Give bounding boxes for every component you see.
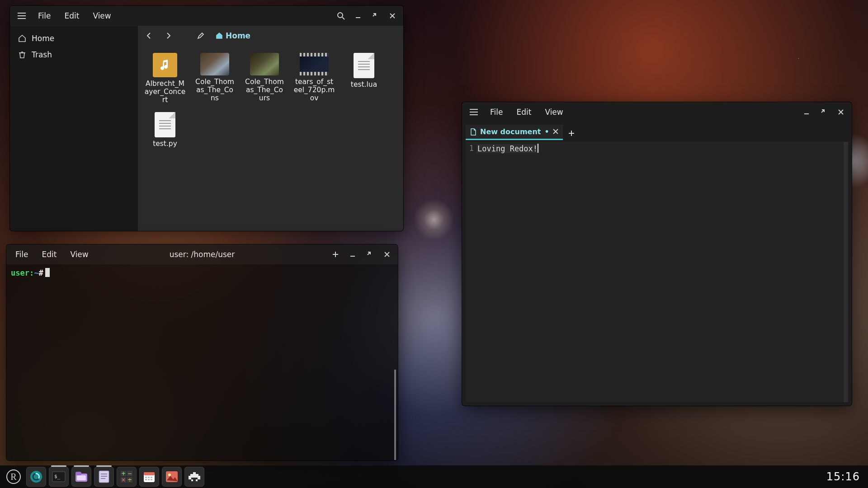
svg-rect-62 [189,478,191,479]
sidebar-item-home[interactable]: Home [13,30,135,47]
taskbar-app-calculator[interactable]: +−×÷ [117,467,137,487]
file-item[interactable]: test.lua [341,51,387,106]
file-manager-window[interactable]: File Edit View Home [10,6,403,231]
menu-view[interactable]: View [538,106,569,118]
prompt-user: user: [11,268,34,277]
taskbar-app-browser[interactable] [26,467,46,487]
file-label: tears_of_steel_720p.mov [293,78,335,102]
editor-tabbar: New document • [462,122,852,140]
nav-back-button[interactable] [142,28,157,43]
home-icon [18,34,26,42]
edit-path-button[interactable] [193,28,208,43]
file-label: Cole_Thomas_The_Cours [244,78,285,102]
svg-text:−: − [127,470,132,477]
svg-text:$_: $_ [54,474,61,479]
editor-caret [538,144,538,153]
file-label: test.lua [351,81,377,89]
editor-textarea[interactable]: 1 Loving Redox! [466,142,848,402]
new-tab-button[interactable] [565,127,578,140]
terminal-window[interactable]: user: /home/user File Edit View user:~# [6,244,398,460]
svg-rect-64 [191,479,193,481]
nav-forward-button[interactable] [160,28,176,43]
taskbar-app-calendar[interactable] [139,467,159,487]
file-manager-menubar: File Edit View [10,6,403,26]
svg-rect-65 [196,479,198,481]
search-icon[interactable] [333,8,349,24]
svg-rect-56 [151,479,152,480]
sidebar-item-trash[interactable]: Trash [13,47,135,63]
minimize-icon[interactable] [798,104,815,120]
svg-text:+: + [121,470,126,477]
taskbar-app-files[interactable] [71,467,91,487]
scrollbar[interactable] [844,142,848,402]
terminal-cursor [45,268,50,277]
svg-rect-51 [145,477,147,478]
file-item[interactable]: Cole_Thomas_The_Cours [242,51,287,106]
close-icon[interactable] [833,104,849,120]
breadcrumb-home[interactable]: Home [212,29,254,42]
file-manager-content: Home Albrecht_Mayer_Concert Cole_Thomas_… [138,26,403,231]
close-icon[interactable] [384,8,401,24]
taskbar-clock[interactable]: 15:16 [826,470,864,483]
menu-view[interactable]: View [64,248,94,261]
menu-edit[interactable]: Edit [58,9,85,22]
file-item[interactable]: Cole_Thomas_The_Cons [192,51,237,106]
maximize-icon[interactable] [816,104,832,120]
minimize-icon[interactable] [350,8,366,24]
tab-modified-indicator: • [544,127,549,136]
hamburger-icon[interactable] [465,107,483,117]
close-icon[interactable] [379,246,395,263]
tab-close-icon[interactable] [553,127,558,136]
menu-file[interactable]: File [9,248,34,261]
file-item[interactable]: tears_of_steel_720p.mov [292,51,337,106]
start-menu-button[interactable]: R [4,467,24,487]
terminal-output[interactable]: user:~# [6,264,398,460]
svg-text:R: R [10,472,17,482]
menu-file[interactable]: File [32,9,57,22]
taskbar-app-games[interactable] [184,467,204,487]
new-tab-icon[interactable] [327,246,344,263]
editor-tab[interactable]: New document • [466,125,563,140]
maximize-icon[interactable] [362,246,378,263]
resize-handle[interactable] [394,370,396,460]
menu-view[interactable]: View [86,9,117,22]
file-label: Albrecht_Mayer_Concert [144,80,186,104]
svg-rect-63 [198,478,200,479]
svg-rect-55 [148,479,150,480]
svg-rect-53 [151,477,152,478]
svg-point-30 [30,471,42,483]
file-item[interactable]: Albrecht_Mayer_Concert [142,51,188,106]
document-icon [470,128,476,136]
terminal-menubar: user: /home/user File Edit View [6,244,398,264]
editor-window[interactable]: File Edit View New document • [462,102,852,406]
image-file-icon [250,53,279,75]
hamburger-icon[interactable] [13,10,31,21]
svg-rect-54 [145,479,147,480]
menu-edit[interactable]: Edit [35,248,63,261]
svg-rect-59 [193,472,196,474]
menu-edit[interactable]: Edit [510,106,538,118]
maximize-icon[interactable] [367,8,383,24]
taskbar-app-image-viewer[interactable] [162,467,182,487]
sidebar-item-label: Trash [32,50,52,59]
file-grid[interactable]: Albrecht_Mayer_Concert Cole_Thomas_The_C… [138,46,403,231]
file-item[interactable]: test.py [142,110,188,150]
taskbar-app-terminal[interactable]: $_ [49,467,69,487]
svg-rect-50 [144,472,155,475]
text-file-icon [354,53,374,78]
svg-text:×: × [121,477,126,483]
tab-title: New document [480,127,541,136]
taskbar[interactable]: R $_ +−×÷ 15:16 [0,465,868,488]
taskbar-app-editor[interactable] [94,467,114,487]
svg-line-4 [342,17,344,19]
sidebar-item-label: Home [32,34,54,43]
svg-point-3 [338,13,343,18]
menu-file[interactable]: File [484,106,509,118]
line-number: 1 [467,144,474,153]
minimize-icon[interactable] [344,246,361,263]
svg-rect-61 [189,476,200,478]
file-manager-sidebar: Home Trash [10,26,138,231]
prompt-symbol: # [38,268,43,277]
svg-text:÷: ÷ [127,477,132,483]
editor-menubar: File Edit View [462,102,852,122]
